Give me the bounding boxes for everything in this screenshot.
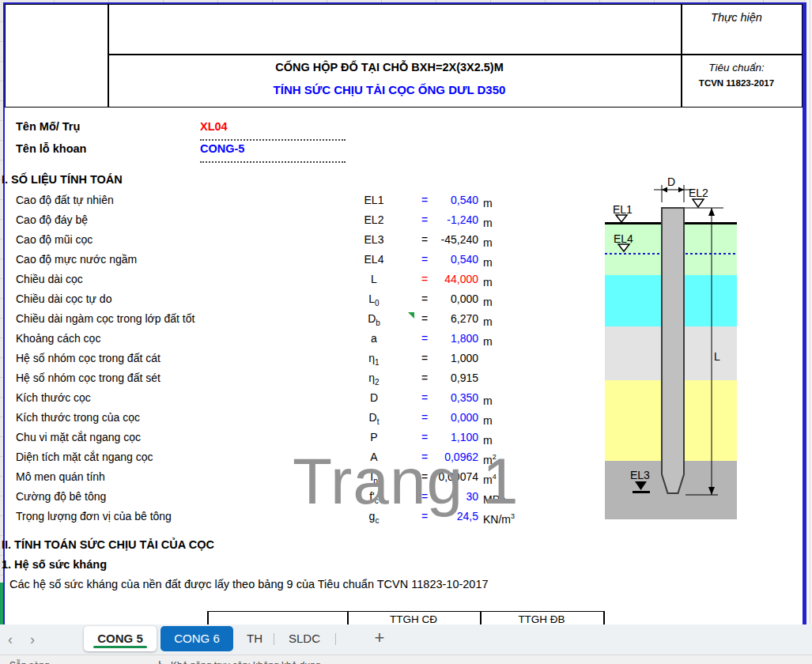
row-label: Chu vi mặt cắt ngang cọc xyxy=(16,428,141,447)
project-title: CỐNG HỘP ĐỔ TẠI CHỖ BXH=2X(3X2.5)M xyxy=(104,61,675,74)
sheet-tab-label: TH xyxy=(247,632,262,645)
el2-level-icon xyxy=(693,199,704,207)
sheet-tab-cong6[interactable]: CONG 6 xyxy=(161,626,233,651)
right-out-of-page-strip xyxy=(806,0,812,624)
parameter-row: Cao độ đáy bệ EL2 = -1,240 m xyxy=(0,210,538,230)
tab-separator xyxy=(335,633,336,645)
pile-shape xyxy=(662,208,684,493)
sheet-tab-label: SLDC xyxy=(289,632,320,645)
row-label: Khoảng cách cọc xyxy=(16,329,100,349)
el1-label: EL1 xyxy=(613,203,633,216)
row-value-cell[interactable]: 0,915 xyxy=(354,368,478,388)
pile-soil-diagram[interactable]: D EL2 EL1 EL4 L EL3 xyxy=(605,177,737,519)
parameter-row: Chiều dài cọc L = 44,000 m xyxy=(0,270,538,289)
sheet-tab-label: CONG 6 xyxy=(174,632,220,645)
calculation-title: TÍNH SỨC CHỊU TẢI CỌC ỐNG DƯL D350 xyxy=(104,83,675,96)
executor-label: Thực hiện xyxy=(677,11,796,24)
row-value-cell[interactable]: 0,000 xyxy=(354,289,478,309)
header-divider xyxy=(108,54,802,55)
row-value-cell[interactable]: 1,100 xyxy=(354,428,478,447)
add-sheet-button[interactable]: + xyxy=(365,626,394,651)
row-value-cell[interactable]: 0,350 xyxy=(354,388,478,408)
arrowhead-right-icon xyxy=(678,187,684,193)
row-value-cell[interactable]: 1,000 xyxy=(354,349,478,368)
sheet-tab-cong5[interactable]: CONG 5 xyxy=(84,626,157,651)
parameter-row: Cường độ bê tông f'c = 30 MPa xyxy=(0,487,538,507)
row-label: Cao độ đáy bệ xyxy=(16,210,88,230)
standard-label: Tiêu chuẩn: xyxy=(677,62,796,74)
sheet-nav-right-icon[interactable]: › xyxy=(24,631,41,648)
pier-label: Tên Mố/ Trụ xyxy=(16,120,80,133)
row-value-cell[interactable]: 0,0962 xyxy=(354,447,478,467)
row-label: Cường độ bê tông xyxy=(16,487,106,507)
row-label: Chiều dài cọc xyxy=(16,270,83,289)
row-value-cell[interactable]: -1,240 xyxy=(354,210,478,230)
row-value-cell[interactable]: 6,270 xyxy=(354,309,478,329)
row-value-cell[interactable]: 0,540 xyxy=(354,250,478,270)
parameter-row: Hệ số nhóm cọc trong đất sét η2 = 0,915 xyxy=(0,368,538,388)
section2-heading: II. TÍNH TOÁN SỨC CHỊU TẢI CỦA CỌC xyxy=(2,538,214,551)
sheet-tab-label: CONG 5 xyxy=(97,632,143,645)
row-unit: KN/m3 xyxy=(483,507,515,530)
comment-flag-icon xyxy=(408,312,414,319)
page-break-line-right xyxy=(803,2,806,624)
section1-heading: I. SỐ LIỆU TÍNH TOÁN xyxy=(2,173,123,186)
parameter-row: Cao độ mũi cọc EL3 = -45,240 m xyxy=(0,230,538,250)
active-tab-underline xyxy=(93,646,147,648)
sheet-tab-bar: ‹ › CONG 5 CONG 6 TH SLDC + xyxy=(0,624,812,655)
ready-status: Sẵn sàng xyxy=(9,660,50,664)
accessibility-icon: ♿ xyxy=(157,659,165,664)
sheet-tab-th[interactable]: TH xyxy=(237,626,272,651)
parameter-row: Kích thước trong của cọc Dt = 0,000 m xyxy=(0,408,538,428)
excel-sheet-view: Thực hiện Tiêu chuẩn: TCVN 11823-2017 CỐ… xyxy=(0,0,812,664)
row-label: Cao độ mực nước ngầm xyxy=(16,250,137,270)
row-value-cell[interactable]: 0,000 xyxy=(354,408,478,428)
el1-level-icon xyxy=(616,215,627,222)
table-header-ttgh-db[interactable]: TTGH ĐB xyxy=(480,613,603,625)
standard-value: TCVN 11823-2017 xyxy=(677,78,796,88)
row-value-cell[interactable]: -45,240 xyxy=(354,230,478,250)
parameter-row: Cao độ mực nước ngầm EL4 = 0,540 m xyxy=(0,250,538,270)
row-label: Hệ số nhóm cọc trong đất cát xyxy=(16,349,161,368)
el4-label: EL4 xyxy=(614,232,633,245)
resistance-factor-table: TTGH CĐ TTGH ĐB xyxy=(207,611,605,625)
arrowhead-left-icon xyxy=(662,187,667,193)
dim-label-l: L xyxy=(714,350,720,363)
row-label: Diện tích mặt cắt ngang cọc xyxy=(16,447,153,467)
sheet-tab-sldc[interactable]: SLDC xyxy=(278,626,330,651)
row-label: Kích thước trong của cọc xyxy=(16,408,140,428)
row-label: Chiều dài ngàm cọc trong lớp đất tốt xyxy=(16,309,195,329)
parameter-row: Hệ số nhóm cọc trong đất cát η1 = 1,000 xyxy=(0,349,538,368)
parameter-row: Mô men quán tính Ip = 0,00074 m4 xyxy=(0,467,538,487)
row-label: Mô men quán tính xyxy=(16,467,105,487)
borehole-value-cell[interactable]: CONG-5 xyxy=(200,142,346,163)
sheet-nav-left-icon[interactable]: ‹ xyxy=(2,631,19,648)
el2-label: EL2 xyxy=(689,187,708,199)
arrowhead-up-icon xyxy=(708,208,715,216)
row-value-cell[interactable]: 44,000 xyxy=(354,270,478,289)
parameter-row: Diện tích mặt cắt ngang cọc A = 0,0962 m… xyxy=(0,447,538,467)
pier-value-cell[interactable]: XL04 xyxy=(200,120,346,141)
row-value-cell[interactable]: 24,5 xyxy=(354,507,478,526)
borehole-label: Tên lỗ khoan xyxy=(16,142,86,155)
parameter-table: Cao độ đất tự nhiên EL1 = 0,540 m Cao độ… xyxy=(0,191,538,526)
row-label: Kích thước cọc xyxy=(16,388,91,408)
parameter-row: Chu vi mặt cắt ngang cọc P = 1,100 m xyxy=(0,428,538,447)
row-value-cell[interactable]: 0,00074 xyxy=(354,467,478,487)
row-value-cell[interactable]: 0,540 xyxy=(354,191,478,210)
row-label: Cao độ mũi cọc xyxy=(16,230,93,250)
row-label: Trọng lượng đơn vị của bê tông xyxy=(16,507,172,526)
status-bar: Sẵn sàng ♿ Khả năng truy cập: không khả … xyxy=(0,655,812,664)
row-value-cell[interactable]: 30 xyxy=(354,487,478,507)
parameter-row: Kích thước cọc D = 0,350 m xyxy=(0,388,538,408)
parameter-row: Khoảng cách cọc a = 1,800 m xyxy=(0,329,538,349)
row-label: Chiều dài cọc tự do xyxy=(16,289,111,309)
dim-label-d: D xyxy=(667,177,675,188)
parameter-row: Chiều dài ngàm cọc trong lớp đất tốt Db … xyxy=(0,309,538,329)
accessibility-status[interactable]: Khả năng truy cập: không khả dụng xyxy=(171,660,320,664)
row-value-cell[interactable]: 1,800 xyxy=(354,329,478,349)
table-header-ttgh-cd[interactable]: TTGH CĐ xyxy=(347,613,480,625)
tab-separator xyxy=(274,633,274,645)
parameter-row: Cao độ đất tự nhiên EL1 = 0,540 m xyxy=(0,191,538,210)
row-label: Hệ số nhóm cọc trong đất sét xyxy=(16,368,161,388)
